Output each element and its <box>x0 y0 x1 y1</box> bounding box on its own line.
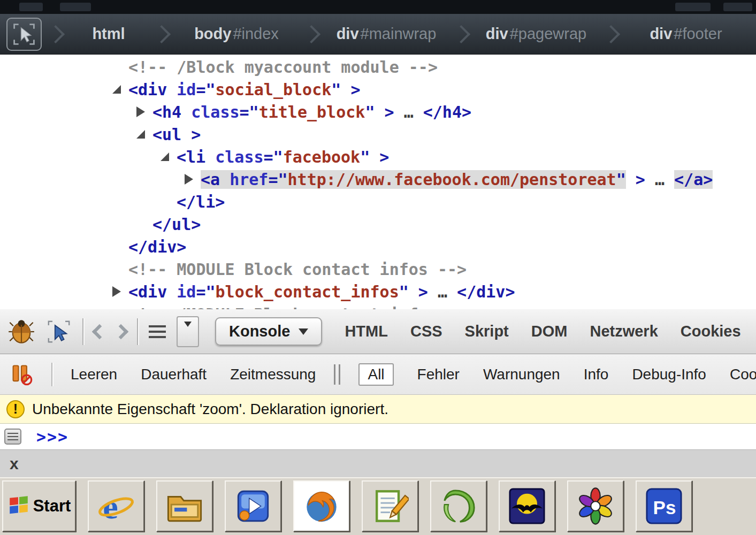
code-token: id <box>177 80 196 99</box>
code-line[interactable]: <!-- MODULE Block contact infos --> <box>0 258 756 280</box>
firebug-menu-button[interactable] <box>7 318 35 346</box>
breadcrumb-item-pagewrap[interactable]: div#pagewrap <box>469 14 604 54</box>
firefox-icon <box>303 487 340 525</box>
window-chrome <box>0 0 756 14</box>
break-on-errors-button[interactable] <box>10 363 33 386</box>
command-editor-icon[interactable] <box>4 429 21 445</box>
code-line[interactable]: <h4 class="title_block" > … </h4> <box>0 101 756 123</box>
twisty-collapsed-icon[interactable] <box>185 174 201 185</box>
inspect-button[interactable] <box>46 319 72 345</box>
image-viewer-icon <box>577 487 614 525</box>
html-source-panel[interactable]: <!-- /Block myaccount module --><div id=… <box>0 55 756 309</box>
tab-dom[interactable]: DOM <box>531 323 568 340</box>
text-editor-button[interactable] <box>362 480 418 532</box>
code-token: =" <box>264 148 283 166</box>
internet-explorer-icon: e <box>97 487 135 525</box>
code-line[interactable]: </ul> <box>0 213 756 235</box>
code-token: </div> <box>128 238 186 256</box>
command-prompt[interactable]: >>> <box>36 427 68 446</box>
code-lines: <!-- /Block myaccount module --><div id=… <box>0 56 756 309</box>
file-manager-button[interactable] <box>156 480 213 532</box>
break-pause-icon <box>10 363 33 386</box>
panel-list-button[interactable] <box>149 325 166 338</box>
twisty-expanded-icon[interactable] <box>161 152 177 161</box>
code-token: " > <box>365 103 403 121</box>
console-command-line[interactable]: >>> <box>0 424 756 449</box>
coreldraw-button[interactable] <box>430 480 487 532</box>
code-line[interactable]: <div id="block_contact_infos" > … </div> <box>0 280 756 303</box>
tab-label: Cookies <box>681 323 741 340</box>
console-warning-row[interactable]: Unbekannte Eigenschaft 'zoom'. Deklarati… <box>0 395 756 424</box>
code-line[interactable]: </div> <box>0 235 756 258</box>
twisty-expanded-icon[interactable] <box>112 85 128 94</box>
console-filter-all[interactable]: All <box>358 363 393 386</box>
code-line[interactable]: <!-- /Block myaccount module --> <box>0 56 756 78</box>
forward-button[interactable] <box>116 326 126 337</box>
code-line[interactable]: </li> <box>0 190 756 213</box>
code-token: " <box>616 170 626 189</box>
console-filter-warnungen[interactable]: Warnungen <box>483 366 560 383</box>
console-filter-info[interactable]: Info <box>584 366 609 383</box>
code-line[interactable]: <a href="http://www.facebook.com/penstor… <box>0 168 756 190</box>
code-token: </h4> <box>414 103 471 121</box>
tab-cookies[interactable]: Cookies <box>681 323 741 340</box>
code-token: title_block <box>259 103 365 121</box>
firebug-toolbar: KonsoleHTMLCSSSkriptDOMNetzwerkCookies <box>0 309 756 354</box>
firefox-button[interactable] <box>293 480 350 532</box>
start-button[interactable]: Start <box>2 480 76 532</box>
tab-netzwerk[interactable]: Netzwerk <box>590 323 658 340</box>
caret-down-icon <box>184 322 192 327</box>
inspect-element-button[interactable] <box>6 18 42 51</box>
tab-skript[interactable]: Skript <box>465 323 509 340</box>
options-dropdown-button[interactable] <box>177 316 199 347</box>
code-token: =" <box>240 103 259 121</box>
toolbar-separator <box>137 318 138 345</box>
console-filter-cookies[interactable]: Cookies <box>730 366 756 383</box>
quick-launch: ePs <box>88 480 692 532</box>
breadcrumb-item-html[interactable]: html <box>63 14 154 54</box>
photoshop-button[interactable]: Ps <box>636 480 692 532</box>
breadcrumb-item-footer[interactable]: div#footer <box>618 14 753 54</box>
windows-logo-icon <box>7 495 30 517</box>
code-token: … <box>404 103 414 121</box>
code-line[interactable]: <ul > <box>0 123 756 146</box>
internet-explorer-button[interactable]: e <box>88 480 144 532</box>
twisty-collapsed-icon[interactable] <box>136 106 152 117</box>
back-button[interactable] <box>94 326 105 337</box>
breadcrumb-separator-icon <box>602 25 620 43</box>
tab-html[interactable]: HTML <box>345 323 388 340</box>
code-token: id <box>177 282 196 301</box>
tab-label: CSS <box>410 323 442 340</box>
tab-konsole[interactable]: Konsole <box>215 317 322 346</box>
console-filter-fehler[interactable]: Fehler <box>417 366 460 383</box>
the-bat-button[interactable] <box>499 480 555 532</box>
code-line[interactable]: <li class="facebook" > <box>0 146 756 168</box>
breadcrumb-item-index[interactable]: body#index <box>169 14 304 54</box>
tab-label: Netzwerk <box>590 323 658 340</box>
code-line[interactable]: <div id="social_block" > <box>0 78 756 101</box>
breadcrumb-item-mainwrap[interactable]: div#mainwrap <box>319 14 454 54</box>
media-player-button[interactable] <box>225 480 281 532</box>
code-token: <!-- /Block myaccount module --> <box>128 58 438 77</box>
windows-taskbar: Start ePs <box>0 477 756 535</box>
window-chrome-fragment <box>675 3 711 11</box>
console-filter-debug-info[interactable]: Debug-Info <box>632 366 706 383</box>
console-action-leeren[interactable]: Leeren <box>71 366 117 383</box>
twisty-collapsed-icon[interactable] <box>112 286 128 297</box>
code-token: </a> <box>674 170 713 189</box>
close-button[interactable]: x <box>10 456 19 472</box>
code-token: <div <box>128 80 177 99</box>
console-action-zeitmessung[interactable]: Zeitmessung <box>230 366 316 383</box>
code-line[interactable]: <!-- /MODULE Block contact infos --> <box>0 303 756 309</box>
tab-css[interactable]: CSS <box>410 323 442 340</box>
code-token: </ul> <box>152 215 201 234</box>
inspect-icon <box>46 319 72 345</box>
code-token: > <box>626 170 655 189</box>
code-token: http://www.facebook.com/penstoreat <box>288 170 616 189</box>
console-action-dauerhaft[interactable]: Dauerhaft <box>141 366 207 383</box>
twisty-expanded-icon[interactable] <box>136 130 152 139</box>
caret-down-icon <box>299 328 308 335</box>
image-viewer-button[interactable] <box>567 480 624 532</box>
panel-tabs: KonsoleHTMLCSSSkriptDOMNetzwerkCookies <box>215 317 741 346</box>
code-token: … <box>438 282 447 301</box>
